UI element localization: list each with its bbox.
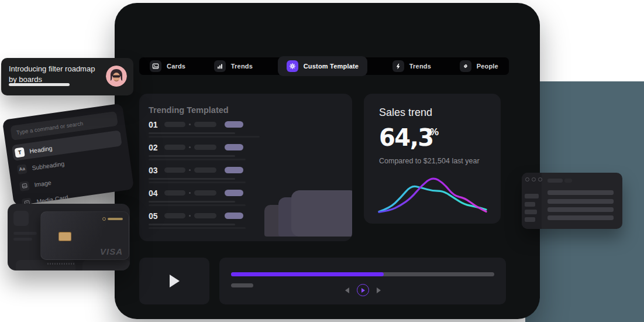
skeleton-pill [194,167,216,173]
toast-message: Introducing filter roadmap by boards [9,64,102,84]
skeleton-line [149,204,246,206]
credit-card: VISA [40,211,129,260]
skeleton-tag-pill [225,190,243,196]
trending-templates-card: Trending Templated 01 02 03 04 05 [139,94,352,241]
emv-chip-icon [58,232,71,241]
skeleton-tag-pill [225,121,243,128]
visa-wordmark: VISA [100,246,123,256]
sales-trend-card: Sales trend 64,3 % Compared to $21,504 l… [364,94,501,224]
skeleton-line [149,159,246,160]
skeleton-line [149,201,235,203]
bar-chart-icon [214,60,226,72]
skeleton-line [149,227,246,229]
tab-label: Custom Template [304,63,359,70]
stacked-card-shape [291,190,352,237]
skeleton-line [547,215,614,220]
skeleton-dot [189,192,191,194]
lightning-icon [392,60,404,72]
card-brand-logo [102,217,123,221]
skeleton-pill [164,122,185,127]
palette-item-label: Media Card [36,193,68,204]
skeleton-line [149,155,235,157]
command-palette: Type a command or search T Heading Aa Su… [2,103,135,205]
item-rank: 02 [149,143,161,152]
list-item: 02 [149,143,260,160]
skeleton-pill [164,190,185,196]
tab-label: Cards [167,63,185,70]
progress-track[interactable] [231,272,494,276]
skeleton-pill [547,179,563,183]
link-icon [460,60,471,72]
skeleton-pill [164,213,185,218]
tab-bar: Cards Trends Custom Template Trends Peop… [139,57,509,75]
skeleton-pill [194,122,216,127]
skeleton-line [149,136,260,138]
sales-line-chart [376,171,490,217]
skeleton-line [525,210,537,214]
previous-button[interactable] [345,287,349,293]
flower-icon [287,60,298,72]
item-rank: 01 [149,120,161,129]
skeleton-dot [189,146,191,148]
palette-item-label: Subheading [32,160,65,172]
play-button-card[interactable] [139,258,209,304]
list-item: 05 [149,212,260,229]
tab-label: Trends [409,63,431,70]
item-rank: 04 [149,189,161,198]
next-button[interactable] [377,287,381,293]
heading-icon: T [15,147,25,157]
skeleton-button [82,260,130,270]
skeleton-line [149,181,246,183]
skeleton-tile [13,211,29,226]
play-icon [361,288,365,293]
skeleton-pill [194,145,216,150]
skeleton-pill [164,145,185,150]
play-circle-button[interactable] [357,284,369,296]
window-dot-icon[interactable] [532,177,536,181]
list-item: 04 [149,189,260,206]
trending-list: 01 02 03 04 05 [149,121,260,235]
sales-subtitle: Compared to $21,504 last year [379,157,480,165]
list-item: 03 [149,166,260,183]
toast-progress-bar [9,83,70,86]
skeleton-dot [189,124,191,125]
window-dot-icon[interactable] [538,177,542,181]
skeleton-line [547,207,614,212]
skeleton-pill [194,213,216,218]
tab-trends-2[interactable]: Trends [389,57,435,75]
progress-fill [231,272,384,276]
skeleton-tag-pill [225,144,243,150]
window-controls [525,177,542,181]
tab-label: People [477,63,498,70]
tab-cards[interactable]: Cards [146,57,189,75]
skeleton-line [525,202,535,207]
tab-trends-1[interactable]: Trends [211,57,256,75]
tab-custom-template[interactable]: Custom Template [278,56,367,76]
subheading-icon: Aa [17,164,27,174]
player-progress-card [219,258,506,304]
avatar [106,66,127,87]
sales-unit: % [430,126,439,138]
skeleton-pill [564,179,572,183]
tab-people[interactable]: People [456,57,502,75]
player-controls [219,284,506,296]
purple-line [379,179,486,212]
skeleton-button [16,260,75,270]
skeleton-line [149,224,235,225]
skeleton-dot [189,215,191,217]
palette-item-label: Heading [29,144,53,154]
skeleton-line [13,238,32,241]
image-icon [19,180,30,191]
skeleton-line [547,199,614,204]
item-rank: 03 [149,166,161,175]
skeleton-line [525,194,539,198]
list-item: 01 [149,121,260,138]
skeleton-pill [194,190,216,196]
window-dot-icon[interactable] [525,177,529,181]
trending-card-title: Trending Templated [149,105,229,115]
palette-item-label: Image [34,179,52,188]
item-rank: 05 [149,211,161,221]
cards-icon [150,60,161,72]
skeleton-line [547,190,614,195]
skeleton-dot [189,169,191,171]
